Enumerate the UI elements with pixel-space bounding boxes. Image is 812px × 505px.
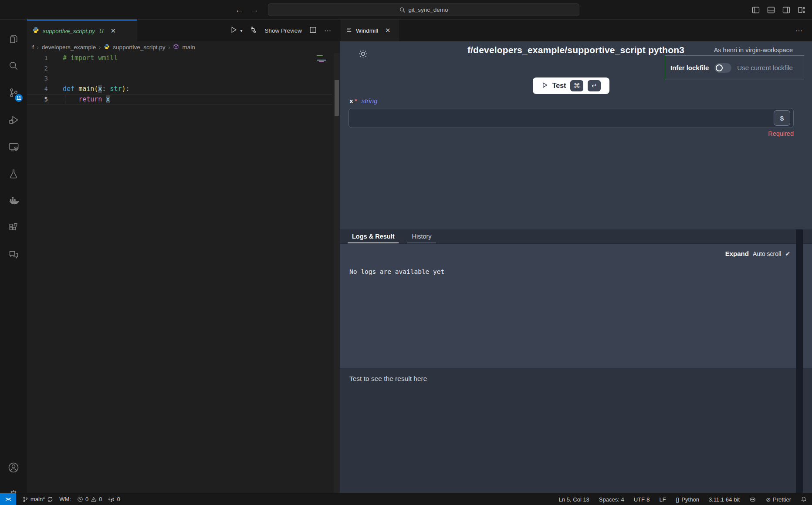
encoding-item[interactable]: UTF-8 <box>634 496 650 503</box>
language-mode-item[interactable]: {} Python <box>676 496 699 503</box>
nav-forward-icon[interactable]: → <box>250 5 259 15</box>
tab-title: Windmill <box>356 27 378 34</box>
branch-name: main* <box>30 496 45 502</box>
search-input[interactable]: git_sync_demo <box>268 3 579 16</box>
copilot-item[interactable] <box>749 496 756 503</box>
source-control-icon[interactable]: 11 <box>0 81 27 104</box>
toggle-secondary-sidebar-icon[interactable] <box>782 6 791 14</box>
ports-count: 0 <box>117 496 120 502</box>
use-current-lockfile-label: Use current lockfile <box>737 64 793 71</box>
autoscroll-label[interactable]: Auto scroll <box>753 250 781 257</box>
toggle-primary-sidebar-icon[interactable] <box>751 6 760 14</box>
tab-history[interactable]: History <box>412 233 431 243</box>
toggle-knob <box>716 64 723 71</box>
prettier-disabled-icon: ⊘ <box>766 496 771 503</box>
prettier-item[interactable]: ⊘ Prettier <box>766 496 791 503</box>
tab-close-icon[interactable]: ✕ <box>110 27 116 35</box>
search-value: git_sync_demo <box>409 7 448 13</box>
language-name: Python <box>681 496 699 503</box>
tab-close-icon[interactable]: ✕ <box>385 27 391 34</box>
git-compare-icon[interactable] <box>250 26 257 35</box>
lockfile-toggle[interactable] <box>714 63 731 73</box>
variable-picker-button[interactable]: $ <box>774 110 790 126</box>
code-line[interactable]: 3 <box>27 74 332 84</box>
windmill-run-section: f/developers_example/supportive_script p… <box>340 41 812 229</box>
notifications-item[interactable] <box>801 496 807 502</box>
minimap[interactable] <box>315 54 330 76</box>
breadcrumb-folder[interactable]: developers_example <box>42 44 96 50</box>
error-count: 0 <box>85 496 88 502</box>
breadcrumb-separator: › <box>37 44 39 50</box>
testing-icon[interactable] <box>0 162 27 185</box>
webview-scrollbar[interactable] <box>796 229 803 493</box>
windmill-status-item[interactable]: WM: <box>59 496 71 502</box>
account-icon[interactable] <box>0 456 27 479</box>
git-branch-item[interactable]: main* <box>22 496 53 502</box>
logs-empty-message: No logs are available yet <box>349 268 444 275</box>
error-icon <box>77 496 83 502</box>
tab-logs-result[interactable]: Logs & Result <box>352 233 394 243</box>
status-bar: >< main* WM: 0 0 0 Ln 5, Col 13 Spaces: … <box>0 493 812 505</box>
title-bar: ← → git_sync_demo <box>0 0 812 20</box>
tab-supportive-script[interactable]: supportive_script.py U ✕ <box>27 20 137 41</box>
code-editor[interactable]: 1# import wmill234def main(x: str):5 ret… <box>27 53 340 493</box>
line-number: 5 <box>27 94 48 104</box>
customize-layout-icon[interactable] <box>797 6 806 14</box>
code-text <box>48 74 63 84</box>
test-button-label: Test <box>552 82 566 90</box>
copilot-icon <box>749 496 756 503</box>
extensions-icon[interactable] <box>0 216 27 239</box>
breadcrumb-file[interactable]: supportive_script.py <box>113 44 165 50</box>
problems-item[interactable]: 0 0 <box>77 496 102 502</box>
explorer-icon[interactable] <box>0 27 27 50</box>
activity-bar: 11 ⚙ <box>0 20 27 493</box>
cursor-position-item[interactable]: Ln 5, Col 13 <box>559 496 589 503</box>
run-debug-icon[interactable] <box>0 108 27 131</box>
symbol-cube-icon <box>173 44 179 51</box>
sync-icon <box>47 496 53 502</box>
remote-explorer-icon[interactable] <box>0 135 27 158</box>
editor-more-actions-icon[interactable]: ⋯ <box>324 27 331 35</box>
expand-button[interactable]: Expand <box>725 250 749 257</box>
scm-badge: 11 <box>15 94 23 102</box>
tab-windmill[interactable]: Windmill ✕ <box>341 20 399 41</box>
argument-input[interactable]: $ <box>348 108 794 128</box>
test-button[interactable]: Test ⌘ ↵ <box>533 77 609 94</box>
eol-item[interactable]: LF <box>660 496 666 503</box>
code-line[interactable]: 4def main(x: str): <box>27 84 332 94</box>
code-text: def main(x: str): <box>48 84 130 94</box>
cmd-key-icon: ⌘ <box>570 80 583 91</box>
autoscroll-check-icon[interactable]: ✔ <box>785 250 790 257</box>
code-line[interactable]: 5 return x <box>27 94 332 104</box>
run-python-file-icon[interactable] <box>230 26 237 35</box>
show-preview-button[interactable]: Show Preview <box>264 27 302 34</box>
code-line[interactable]: 1# import wmill <box>27 53 332 64</box>
indentation-item[interactable]: Spaces: 4 <box>599 496 624 503</box>
breadcrumb-root[interactable]: f <box>32 44 34 50</box>
required-star: * <box>355 97 357 105</box>
code-line[interactable]: 2 <box>27 64 332 74</box>
panel-more-actions-icon[interactable]: ⋯ <box>795 20 803 41</box>
global-search-icon[interactable] <box>0 54 27 77</box>
python-interpreter-item[interactable]: 3.11.1 64-bit <box>709 496 740 503</box>
panel-tab-bar: Windmill ✕ ⋯ <box>340 20 812 41</box>
broadcast-icon <box>108 496 115 502</box>
run-dropdown-chevron-icon[interactable]: ▾ <box>240 28 242 33</box>
chat-icon[interactable] <box>0 243 27 266</box>
nav-back-icon[interactable]: ← <box>235 5 244 15</box>
line-number: 2 <box>27 64 48 74</box>
breadcrumb-symbol[interactable]: main <box>182 44 195 50</box>
code-text: # import wmill <box>48 53 118 64</box>
scrollbar-handle[interactable] <box>335 80 339 116</box>
result-placeholder: Test to see the result here <box>349 375 427 383</box>
toggle-panel-icon[interactable] <box>767 6 775 14</box>
remote-indicator[interactable]: >< <box>0 493 16 505</box>
argument-type: string <box>362 97 378 104</box>
braces-icon: {} <box>676 496 680 503</box>
split-editor-icon[interactable] <box>309 26 317 35</box>
search-icon <box>399 7 406 13</box>
result-section: Test to see the result here <box>340 368 812 493</box>
editor-scrollbar[interactable] <box>334 53 340 493</box>
ports-item[interactable]: 0 <box>108 496 120 502</box>
docker-icon[interactable] <box>0 189 27 212</box>
